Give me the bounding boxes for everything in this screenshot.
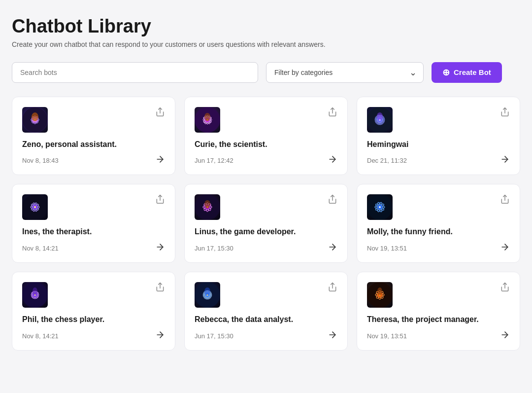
bot-card-top (22, 282, 165, 308)
share-icon[interactable] (328, 107, 337, 118)
share-icon[interactable] (155, 194, 165, 206)
bot-card-curie[interactable]: Curie, the scientist. Jun 17, 12:42 (184, 97, 348, 176)
svg-point-11 (32, 112, 38, 121)
bot-card-bottom: Jun 17, 15:30 (195, 242, 337, 254)
bot-avatar-phil (22, 282, 48, 308)
page-subtitle: Create your own chatbot that can respond… (12, 40, 520, 48)
filter-select-wrap: Filter by categoriesAssistantScienceEnte… (266, 62, 424, 83)
bot-card-linus[interactable]: Linus, the game developer. Jun 17, 15:30 (184, 184, 348, 263)
bot-card-top (22, 107, 165, 133)
bot-card-top (195, 194, 337, 220)
arrow-right-icon[interactable] (328, 330, 337, 342)
page-title: Chatbot Library (12, 16, 520, 37)
bot-avatar-curie (195, 107, 220, 133)
bot-card-top (367, 194, 510, 220)
page-header: Chatbot Library Create your own chatbot … (12, 16, 520, 48)
bot-avatar-rebecca (195, 282, 220, 308)
bot-card-bottom: Nov 19, 13:51 (367, 330, 510, 342)
share-icon[interactable] (500, 107, 510, 118)
bot-card-molly[interactable]: Molly, the funny friend. Nov 19, 13:51 (357, 184, 520, 263)
arrow-right-icon[interactable] (155, 330, 165, 342)
svg-point-122 (204, 287, 210, 295)
bot-card-bottom: Dec 21, 11:32 (367, 154, 510, 167)
bot-avatar-linus (195, 194, 220, 220)
share-icon[interactable] (155, 107, 165, 118)
arrow-right-icon[interactable] (155, 154, 165, 167)
bot-date: Jun 17, 15:30 (195, 245, 233, 252)
svg-point-60 (34, 206, 36, 208)
bot-name: Phil, the chess player. (22, 315, 165, 325)
bot-name: Rebecca, the data analyst. (195, 315, 337, 325)
bot-name: Ines, the therapist. (22, 227, 165, 237)
search-input[interactable] (12, 62, 258, 83)
toolbar: Filter by categoriesAssistantScienceEnte… (12, 62, 520, 83)
share-icon[interactable] (500, 282, 510, 293)
svg-point-74 (204, 200, 210, 208)
search-input-wrap (12, 62, 258, 83)
bot-date: Dec 21, 11:32 (367, 157, 407, 164)
bot-date: Nov 8, 18:43 (22, 157, 59, 164)
svg-point-89 (379, 206, 381, 208)
bot-card-bottom: Jun 17, 12:42 (195, 154, 337, 167)
share-icon[interactable] (155, 282, 165, 293)
bot-name: Zeno, personal assistant. (22, 140, 165, 150)
bot-date: Jun 17, 12:42 (195, 157, 233, 164)
bots-grid: Zeno, personal assistant. Nov 8, 18:43 (12, 97, 520, 351)
bot-date: Nov 19, 13:51 (367, 332, 407, 340)
plus-icon: ⊕ (442, 68, 450, 77)
bot-card-top (367, 107, 510, 133)
share-icon[interactable] (500, 194, 510, 206)
svg-point-45 (377, 112, 383, 120)
bot-date: Nov 8, 14:21 (22, 332, 59, 340)
bot-card-bottom: Nov 8, 18:43 (22, 154, 165, 167)
bot-avatar-theresa (367, 282, 393, 308)
bot-name: Hemingwai (367, 140, 510, 150)
bot-card-ines[interactable]: Ines, the therapist. Nov 8, 14:21 (12, 184, 175, 263)
bot-name: Theresa, the project manager. (367, 315, 510, 325)
svg-point-30 (204, 113, 210, 121)
bot-avatar-molly (367, 194, 393, 220)
bot-avatar-hemingwai (367, 107, 393, 133)
bot-card-bottom: Nov 19, 13:51 (367, 242, 510, 254)
svg-point-107 (33, 287, 37, 295)
bot-card-top (22, 194, 165, 220)
bot-card-zeno[interactable]: Zeno, personal assistant. Nov 8, 18:43 (12, 97, 175, 176)
arrow-right-icon[interactable] (328, 242, 337, 254)
bot-date: Nov 8, 14:21 (22, 245, 59, 252)
bot-card-bottom: Nov 8, 14:21 (22, 330, 165, 342)
bot-card-bottom: Jun 17, 15:30 (195, 330, 337, 342)
filter-select[interactable]: Filter by categoriesAssistantScienceEnte… (266, 62, 424, 83)
bot-date: Jun 17, 15:30 (195, 332, 233, 340)
svg-point-136 (377, 287, 382, 295)
bot-card-hemingwai[interactable]: Hemingwai Dec 21, 11:32 (357, 97, 520, 176)
bot-card-theresa[interactable]: Theresa, the project manager. Nov 19, 13… (357, 272, 520, 351)
bot-name: Linus, the game developer. (195, 227, 337, 237)
create-bot-button[interactable]: ⊕ Create Bot (432, 62, 502, 83)
arrow-right-icon[interactable] (328, 154, 337, 167)
arrow-right-icon[interactable] (500, 330, 510, 342)
bot-date: Nov 19, 13:51 (367, 245, 407, 252)
bot-card-top (367, 282, 510, 308)
bot-name: Molly, the funny friend. (367, 227, 510, 237)
bot-name: Curie, the scientist. (195, 140, 337, 150)
share-icon[interactable] (328, 194, 337, 206)
share-icon[interactable] (328, 282, 337, 293)
bot-card-top (195, 107, 337, 133)
create-bot-label: Create Bot (454, 68, 491, 76)
arrow-right-icon[interactable] (500, 242, 510, 254)
bot-card-top (195, 282, 337, 308)
bot-avatar-zeno (22, 107, 48, 133)
arrow-right-icon[interactable] (155, 242, 165, 254)
bot-card-rebecca[interactable]: Rebecca, the data analyst. Jun 17, 15:30 (184, 272, 348, 351)
arrow-right-icon[interactable] (500, 154, 510, 167)
bot-card-bottom: Nov 8, 14:21 (22, 242, 165, 254)
bot-card-phil[interactable]: Phil, the chess player. Nov 8, 14:21 (12, 272, 175, 351)
bot-avatar-ines (22, 194, 48, 220)
